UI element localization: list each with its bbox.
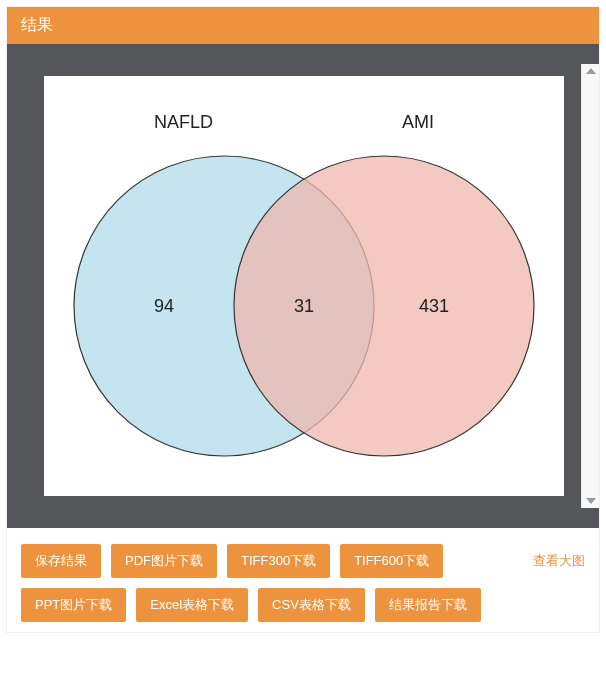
- download-report-button[interactable]: 结果报告下载: [375, 588, 481, 622]
- results-panel: 结果 NAFLD AMI 94 31 431: [6, 6, 600, 633]
- panel-header: 结果: [7, 7, 599, 44]
- venn-label-right: AMI: [402, 112, 434, 133]
- scroll-down-icon[interactable]: [586, 498, 596, 504]
- download-excel-button[interactable]: Excel表格下载: [136, 588, 248, 622]
- save-result-button[interactable]: 保存结果: [21, 544, 101, 578]
- chart-viewer: NAFLD AMI 94 31 431: [7, 44, 599, 528]
- venn-value-right-only: 431: [419, 296, 449, 317]
- venn-diagram: NAFLD AMI 94 31 431: [44, 76, 564, 496]
- panel-title: 结果: [21, 16, 53, 33]
- venn-value-left-only: 94: [154, 296, 174, 317]
- view-large-link[interactable]: 查看大图: [533, 544, 585, 570]
- scroll-up-icon[interactable]: [586, 68, 596, 74]
- download-ppt-button[interactable]: PPT图片下载: [21, 588, 126, 622]
- download-toolbar: 保存结果 PDF图片下载 TIFF300下载 TIFF600下载 PPT图片下载…: [7, 528, 599, 632]
- button-row: 保存结果 PDF图片下载 TIFF300下载 TIFF600下载 PPT图片下载…: [21, 544, 523, 622]
- download-tiff600-button[interactable]: TIFF600下载: [340, 544, 443, 578]
- venn-label-left: NAFLD: [154, 112, 213, 133]
- venn-circle-right: [234, 156, 534, 456]
- vertical-scrollbar[interactable]: [581, 64, 599, 508]
- download-csv-button[interactable]: CSV表格下载: [258, 588, 365, 622]
- venn-svg: [44, 76, 564, 496]
- chart-canvas-wrap: NAFLD AMI 94 31 431: [27, 64, 581, 508]
- download-pdf-button[interactable]: PDF图片下载: [111, 544, 217, 578]
- download-tiff300-button[interactable]: TIFF300下载: [227, 544, 330, 578]
- venn-value-intersection: 31: [294, 296, 314, 317]
